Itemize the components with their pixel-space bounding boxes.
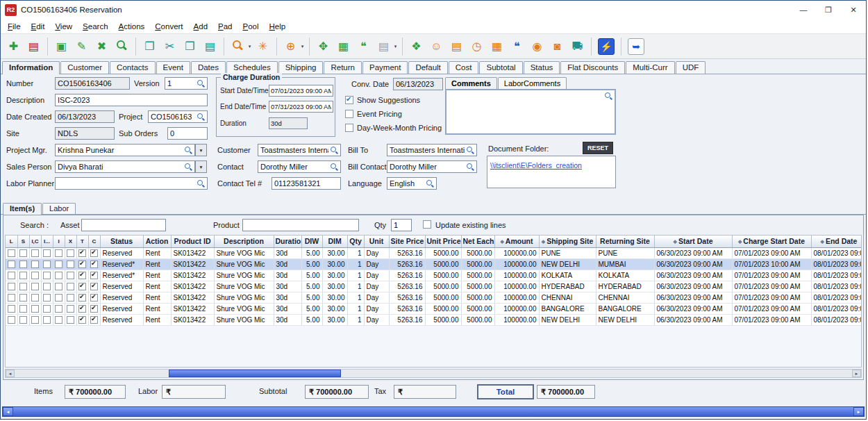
row-checkbox-icon[interactable] [19, 316, 27, 324]
find-items-icon[interactable] [228, 37, 247, 56]
magnifier-icon[interactable] [197, 113, 205, 121]
window-horizontal-scrollbar[interactable]: ◄ ► [2, 406, 865, 417]
cell-shipping-site[interactable]: CHENNAI [539, 292, 596, 303]
cell-description[interactable]: Shure VOG Mic [214, 303, 274, 314]
row-checkbox-icon[interactable] [8, 305, 15, 313]
cell-status[interactable]: Reserved [100, 247, 143, 258]
cell-action[interactable]: Rent [143, 314, 171, 325]
row-checkbox-icon[interactable] [78, 261, 86, 268]
print-icon[interactable]: ▤ [24, 37, 43, 56]
magnifier-icon[interactable] [197, 79, 205, 88]
cell-shipping-site[interactable]: PUNE [539, 247, 596, 258]
row-checkbox-icon[interactable] [78, 283, 86, 290]
cell-description[interactable]: Shure VOG Mic [214, 314, 274, 325]
cell-action[interactable]: Rent [143, 303, 171, 314]
cell-shipping-site[interactable]: NEW DELHI [539, 258, 596, 270]
magnifier-icon[interactable] [466, 163, 474, 171]
cell-end-date[interactable]: 08/01/2023 09:00 AM [811, 303, 862, 314]
cell-action[interactable]: Rent [143, 292, 171, 303]
row-checkbox-icon[interactable] [43, 261, 51, 268]
column-header[interactable]: Charge Start Date [732, 236, 811, 247]
cell-start-date[interactable]: 06/30/2023 09:00 AM [654, 270, 732, 281]
cell-net-each[interactable]: 5000.00 [461, 281, 494, 292]
magnifier-icon[interactable] [184, 146, 192, 154]
bill-contact-field[interactable]: Dorothy Miller [387, 160, 477, 173]
cell[interactable] [88, 247, 100, 258]
cell-net-each[interactable]: 5000.00 [461, 303, 494, 314]
cell-unit[interactable]: Day [364, 292, 389, 303]
cell-duration[interactable]: 30d [274, 270, 301, 281]
cell-unit[interactable]: Day [364, 270, 389, 281]
cell-end-date[interactable]: 08/01/2023 09:00 AM [811, 292, 862, 303]
column-header[interactable]: I [53, 236, 65, 247]
menu-item[interactable]: Help [265, 21, 290, 32]
cell[interactable] [65, 303, 76, 314]
workflow-icon[interactable]: ❖ [407, 37, 426, 56]
contact-tel-field[interactable]: 01123581321 [272, 177, 341, 190]
cell-product-id[interactable]: SK013422 [171, 292, 214, 303]
cell-unit[interactable]: Day [364, 247, 389, 258]
cell-amount[interactable]: 100000.00 [494, 314, 539, 325]
cell[interactable] [65, 314, 76, 325]
cell-site-price[interactable]: 5263.16 [389, 247, 425, 258]
cell-end-date[interactable]: 08/01/2023 09:00 AM [811, 258, 862, 270]
cell-qty[interactable]: 1 [347, 281, 364, 292]
table-row[interactable]: Reserved* Rent SK013422 Shure VOG Mic 30… [6, 270, 862, 281]
cell[interactable] [88, 258, 100, 270]
cell-site-price[interactable]: 5263.16 [389, 270, 425, 281]
column-header[interactable]: Qty [347, 236, 364, 247]
project-mgr-dropdown-icon[interactable] [195, 144, 207, 156]
table-row[interactable]: Reserved Rent SK013422 Shure VOG Mic 30d… [6, 303, 862, 314]
cell-amount[interactable]: 100000.00 [494, 247, 539, 258]
row-checkbox-icon[interactable] [67, 283, 74, 290]
notes-icon[interactable]: ❝ [354, 37, 373, 56]
add-to-cart-icon[interactable]: ⊕ [281, 37, 300, 56]
cell-net-each[interactable]: 5000.00 [461, 292, 494, 303]
cell-description[interactable]: Shure VOG Mic [214, 281, 274, 292]
invoice-icon[interactable]: ▤ [447, 37, 466, 56]
cell[interactable] [76, 247, 88, 258]
column-header[interactable]: L [6, 236, 17, 247]
menu-item[interactable]: File [3, 21, 25, 32]
cell[interactable] [29, 292, 41, 303]
column-header[interactable]: Unit [364, 236, 389, 247]
cell-qty[interactable]: 1 [347, 270, 364, 281]
cell-unit-price[interactable]: 5000.00 [425, 314, 461, 325]
cell-returning-site[interactable]: KOLKATA [596, 270, 654, 281]
document-folder-link[interactable]: \\itsclient\E\Folders_creation [490, 161, 582, 170]
cell[interactable] [53, 292, 65, 303]
row-checkbox-icon[interactable] [90, 283, 98, 290]
checkbox-icon[interactable] [345, 110, 353, 118]
cell-unit-price[interactable]: 5000.00 [425, 303, 461, 314]
update-existing-lines-checkbox[interactable] [423, 220, 431, 229]
column-header[interactable]: Net Each [461, 236, 494, 247]
magnifier-icon[interactable] [197, 179, 205, 188]
main-tab[interactable]: Event [156, 61, 190, 74]
cell-qty[interactable]: 1 [347, 292, 364, 303]
cell-description[interactable]: Shure VOG Mic [214, 258, 274, 270]
cell-start-date[interactable]: 06/30/2023 09:00 AM [654, 292, 732, 303]
comments-textarea[interactable] [445, 89, 616, 135]
menu-item[interactable]: Convert [151, 21, 187, 32]
cell[interactable] [53, 258, 65, 270]
asset-input[interactable] [81, 219, 166, 231]
row-checkbox-icon[interactable] [8, 249, 15, 257]
cell-shipping-site[interactable]: KOLKATA [539, 270, 596, 281]
cell-unit-price[interactable]: 5000.00 [425, 270, 461, 281]
cell-unit[interactable]: Day [364, 303, 389, 314]
cell-amount[interactable]: 100000.00 [494, 270, 539, 281]
row-checkbox-icon[interactable] [55, 316, 62, 324]
main-tab[interactable]: Shipping [278, 61, 324, 74]
checkbox-icon[interactable] [345, 124, 353, 132]
cell-charge-start-date[interactable]: 07/01/2023 10:00 AM [732, 258, 811, 270]
cell-diw[interactable]: 5.00 [301, 247, 322, 258]
scroll-right-icon[interactable]: ► [852, 370, 861, 377]
cell[interactable] [76, 303, 88, 314]
column-header[interactable]: Unit Price [425, 236, 461, 247]
row-checkbox-icon[interactable] [67, 261, 74, 268]
cell-site-price[interactable]: 5263.16 [389, 281, 425, 292]
row-checkbox-icon[interactable] [55, 272, 62, 279]
row-checkbox-icon[interactable] [78, 272, 86, 279]
end-datetime-field[interactable]: 07/31/2023 09:00 AM [269, 101, 333, 113]
cell-site-price[interactable]: 5263.16 [389, 292, 425, 303]
